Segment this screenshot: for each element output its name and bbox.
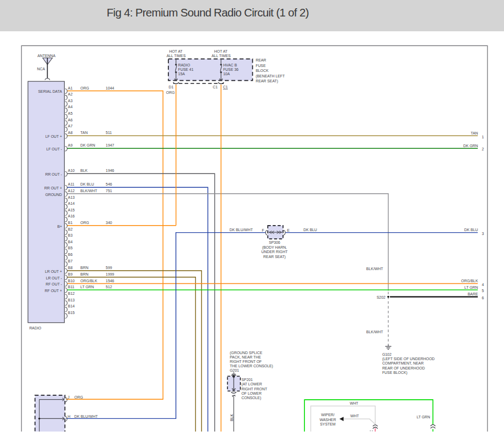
svg-text:A11: A11 [68,182,75,186]
svg-text:FUSE: FUSE [256,64,266,68]
svg-text:(AT LOWER: (AT LOWER [241,382,262,387]
svg-text:BLOCK: BLOCK [256,69,269,72]
svg-text:B1: B1 [68,221,73,225]
svg-text:ORG/BLK: ORG/BLK [461,279,478,283]
svg-text:DK BLU: DK BLU [465,228,478,232]
svg-text:REAR OF UNDERHOOD: REAR OF UNDERHOOD [382,366,425,370]
svg-text:DK BLU: DK BLU [81,182,94,186]
svg-text:RR OUT +: RR OUT + [44,186,62,190]
svg-text:SP201: SP201 [241,378,253,382]
svg-text:ORG/BLK: ORG/BLK [81,279,98,283]
svg-text:WIPER/: WIPER/ [321,413,335,417]
svg-text:SYSTEM: SYSTEM [320,422,336,426]
svg-text:1044: 1044 [106,86,114,90]
svg-text:RF OUT -: RF OUT - [46,282,62,286]
svg-text:DK BLU/WHT: DK BLU/WHT [75,415,98,418]
svg-text:B11: B11 [68,285,75,289]
svg-text:751: 751 [106,189,112,193]
svg-text:A2: A2 [68,92,73,96]
svg-text:1546: 1546 [106,279,114,283]
svg-text:B4: B4 [68,240,73,244]
svg-text:A7: A7 [68,124,73,128]
svg-text:PACK, NEAR THE: PACK, NEAR THE [230,355,261,359]
svg-text:FUSE BLOCK): FUSE BLOCK) [382,371,407,375]
svg-text:B5: B5 [68,246,73,250]
svg-text:511: 511 [106,131,112,135]
svg-text:F: F [262,228,264,232]
svg-text:J: J [67,395,69,399]
svg-text:RADIO: RADIO [29,326,41,330]
svg-text:546: 546 [106,182,112,186]
svg-text:UNDER RIGHT: UNDER RIGHT [262,250,288,254]
svg-text:REAR: REAR [256,58,266,62]
svg-text:A1: A1 [68,86,73,90]
svg-text:B15: B15 [68,311,75,315]
svg-text:(BENEATH LEFT: (BENEATH LEFT [256,74,285,79]
svg-text:ALL TIMES: ALL TIMES [212,54,231,58]
svg-text:ANTENNA: ANTENNA [37,54,55,58]
svg-text:(LEFT SIDE OF UNDERHOOD: (LEFT SIDE OF UNDERHOOD [382,357,435,361]
svg-text:SERIAL DATA: SERIAL DATA [38,89,62,93]
svg-text:RR OUT -: RR OUT - [46,172,63,176]
svg-text:COMPARTMENT, NEAR: COMPARTMENT, NEAR [382,361,424,365]
svg-text:TAN: TAN [81,131,88,135]
svg-text:WHT: WHT [350,414,359,418]
svg-text:B12: B12 [68,292,75,295]
svg-text:BLK/WHT: BLK/WHT [366,267,383,271]
svg-text:340: 340 [106,221,112,225]
svg-text:H: H [67,415,70,418]
svg-text:10A: 10A [223,72,230,76]
svg-text:A3: A3 [68,99,73,103]
svg-text:512: 512 [106,285,112,289]
svg-text:A12: A12 [68,189,75,193]
svg-text:A4: A4 [68,105,73,109]
svg-text:LT GRN: LT GRN [81,285,94,289]
svg-text:REAR SEAT): REAR SEAT) [256,79,278,83]
svg-text:3: 3 [482,232,484,236]
svg-text:A9: A9 [68,143,73,147]
svg-text:BARE: BARE [468,292,478,296]
svg-text:RF OUT +: RF OUT + [45,289,62,293]
svg-text:C1: C1 [223,85,228,89]
svg-text:DK GRN: DK GRN [463,144,478,148]
svg-text:FUSE 41: FUSE 41 [178,68,194,71]
svg-text:RIGHT FRONT OF: RIGHT FRONT OF [230,360,262,363]
svg-text:B8: B8 [68,266,73,270]
svg-text:599: 599 [106,266,112,270]
svg-text:B+: B+ [57,225,62,228]
svg-text:GROUND: GROUND [45,193,62,197]
svg-text:B2: B2 [68,227,73,231]
svg-text:DK GRN: DK GRN [81,143,95,147]
svg-text:OF LOWER: OF LOWER [241,391,262,395]
svg-text:NCA: NCA [37,67,46,71]
svg-text:C1: C1 [213,85,218,89]
svg-text:A10: A10 [68,169,75,172]
svg-text:HOT AT: HOT AT [169,49,183,53]
svg-text:B3: B3 [68,233,73,237]
svg-text:B13: B13 [68,298,75,302]
svg-text:THE LOWER CONSOLE): THE LOWER CONSOLE) [230,364,273,368]
svg-text:REAR SEAT): REAR SEAT) [263,255,286,259]
svg-text:WASHER: WASHER [320,418,336,422]
svg-text:HVAC B: HVAC B [223,63,237,67]
svg-text:WHT: WHT [350,401,359,405]
svg-text:A8: A8 [68,131,73,135]
svg-text:RADIO: RADIO [178,63,190,67]
svg-text:D1: D1 [169,85,174,89]
svg-text:B14: B14 [68,304,75,308]
svg-text:(GROUND SPLICE: (GROUND SPLICE [230,351,263,355]
svg-text:LR OUT -: LR OUT - [46,276,62,280]
svg-text:SP306: SP306 [269,240,280,244]
svg-text:BLK/WHT: BLK/WHT [81,189,98,193]
svg-text:1999: 1999 [106,272,114,276]
svg-text:RIGHT FRONT: RIGHT FRONT [241,387,268,391]
svg-text:DK BLU/WHT: DK BLU/WHT [230,228,253,232]
svg-text:BRN: BRN [81,266,89,270]
svg-text:ORG: ORG [166,91,175,94]
svg-text:LF OUT +: LF OUT + [46,135,62,138]
svg-text:S202: S202 [377,295,386,299]
svg-text:BRN: BRN [81,272,89,276]
svg-text:A14: A14 [68,201,75,205]
svg-text:G102: G102 [382,352,392,356]
svg-text:BLK/WHT: BLK/WHT [366,330,383,334]
